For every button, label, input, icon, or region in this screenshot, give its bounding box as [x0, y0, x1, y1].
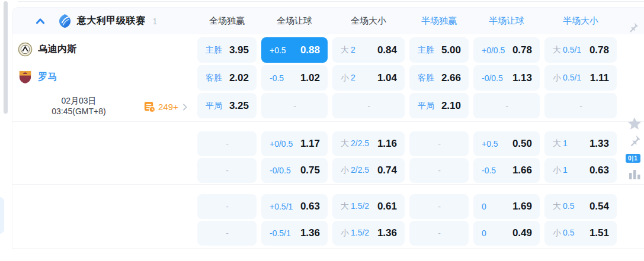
- odds-cell[interactable]: 平局3.25: [197, 93, 257, 118]
- odds-value: 1.69: [512, 201, 532, 212]
- group-divider: [12, 184, 644, 185]
- odds-cell[interactable]: 小0.5/11.11: [544, 65, 617, 91]
- odds-label: 0: [482, 202, 486, 211]
- markets-list-icon: [143, 101, 156, 113]
- more-markets-button[interactable]: 249+: [143, 101, 190, 113]
- odds-cell-empty: -: [197, 131, 257, 156]
- odds-cell[interactable]: 平局2.10: [409, 93, 469, 118]
- odds-cell[interactable]: 小21.04: [332, 65, 405, 91]
- odds-label: +0/0.5: [482, 46, 505, 55]
- odds-cell-empty: -: [332, 93, 405, 118]
- empty-dash: -: [438, 139, 441, 149]
- odds-cell-empty: -: [409, 221, 469, 246]
- odds-cell[interactable]: +0.50.50: [473, 131, 540, 156]
- odds-cell[interactable]: 小0.51.51: [544, 221, 617, 246]
- match-time: 03:45(GMT+8): [31, 106, 126, 117]
- odds-value: 0.84: [377, 44, 397, 56]
- collapse-chevron-up-icon[interactable]: [34, 15, 47, 28]
- odds-label: -0/0.5: [482, 73, 503, 83]
- odds-cell-empty: -: [197, 158, 257, 183]
- odds-label: 大0.5: [553, 201, 574, 212]
- odds-value: 2.02: [229, 72, 249, 84]
- odds-value: 3.25: [229, 100, 249, 112]
- odds-cell-empty: -: [409, 131, 469, 156]
- odds-cell[interactable]: 小1.5/21.36: [332, 221, 405, 246]
- odds-cell[interactable]: -0/0.50.75: [261, 158, 328, 183]
- odds-label: 大1: [553, 138, 568, 149]
- odds-label: -0.5: [482, 166, 496, 175]
- empty-dash: -: [438, 228, 441, 238]
- odds-label: 主胜: [418, 45, 434, 56]
- odds-label: 小0.5: [553, 228, 574, 239]
- odds-label: 小2/2.5: [341, 165, 369, 176]
- odds-cell[interactable]: 大0.50.54: [544, 194, 617, 219]
- odds-cell[interactable]: +0/0.50.78: [473, 37, 540, 63]
- empty-dash: -: [579, 101, 582, 111]
- odds-cell[interactable]: +0/0.51.17: [261, 131, 328, 156]
- odds-label: 客胜: [206, 73, 222, 83]
- odds-cell[interactable]: 主胜3.95: [197, 37, 257, 63]
- odds-value: 1.02: [300, 72, 320, 84]
- over-under-prefix: 小: [553, 73, 561, 82]
- odds-cell[interactable]: 大1.5/20.61: [332, 194, 405, 219]
- odds-cell[interactable]: 大2/2.51.16: [332, 131, 405, 156]
- odds-value: 0.61: [377, 201, 397, 212]
- odds-value: 1.36: [300, 227, 320, 239]
- odds-cell-empty: -: [409, 158, 469, 183]
- odds-value: 1.16: [377, 138, 397, 150]
- empty-dash: -: [226, 228, 229, 238]
- odds-value: 2.66: [441, 72, 461, 84]
- stats-bar-chart-icon[interactable]: [628, 168, 642, 181]
- odds-cell[interactable]: 小10.63: [544, 158, 617, 183]
- odds-cell[interactable]: 小2/2.50.74: [332, 158, 405, 183]
- odds-label: -0.5: [270, 73, 284, 83]
- odds-cell-empty: -: [473, 93, 540, 118]
- odds-label: 小1.5/2: [341, 228, 369, 239]
- odds-cell[interactable]: 大20.84: [332, 37, 405, 63]
- match-date: 02月03日: [31, 95, 126, 106]
- over-under-prefix: 小: [341, 165, 349, 175]
- odds-value: 0.54: [589, 201, 609, 212]
- odds-cell[interactable]: 大11.33: [544, 131, 617, 156]
- over-under-prefix: 小: [341, 73, 349, 82]
- odds-cell[interactable]: 客胜2.66: [409, 65, 469, 91]
- odds-cell[interactable]: -0/0.51.13: [473, 65, 540, 91]
- odds-label: 主胜: [206, 45, 222, 56]
- odds-value: 0.49: [512, 227, 532, 239]
- odds-label: 客胜: [418, 73, 434, 83]
- column-header: 全场大小: [332, 8, 405, 34]
- odds-value: 0.88: [300, 44, 320, 56]
- favorite-star-icon[interactable]: [627, 116, 642, 131]
- odds-cell[interactable]: 主胜5.00: [409, 37, 469, 63]
- odds-label: -0.5/1: [270, 228, 291, 238]
- odds-cell-empty: -: [197, 221, 257, 246]
- odds-label: 小2: [341, 73, 355, 83]
- vertical-scrollbar[interactable]: [4, 1, 8, 114]
- odds-value: 0.74: [377, 165, 397, 176]
- odds-cell[interactable]: +0.5/10.63: [261, 194, 328, 219]
- pin-icon[interactable]: [627, 134, 642, 148]
- odds-cell[interactable]: 客胜2.02: [197, 65, 257, 91]
- odds-cell[interactable]: +0.50.88: [261, 37, 328, 63]
- odds-cell[interactable]: -0.51.66: [473, 158, 540, 183]
- league-logo-icon: [59, 14, 71, 28]
- odds-value: 0.63: [589, 165, 609, 176]
- column-header: 全场让球: [261, 8, 328, 34]
- over-under-prefix: 小: [341, 228, 349, 237]
- column-header: 半场独赢: [409, 8, 469, 34]
- odds-value: 0.63: [300, 201, 320, 212]
- home-team-crest-icon: [18, 42, 33, 57]
- odds-cell[interactable]: 01.69: [473, 194, 540, 219]
- pin-icon[interactable]: [627, 21, 639, 34]
- odds-cell[interactable]: 00.49: [473, 221, 540, 246]
- odds-cell[interactable]: -0.5/11.36: [261, 221, 328, 246]
- odds-cell[interactable]: 大0.5/10.78: [544, 37, 617, 63]
- side-floating-button[interactable]: [0, 197, 4, 234]
- odds-label: -0/0.5: [270, 166, 291, 175]
- home-team-row: 乌迪内斯: [18, 42, 77, 57]
- odds-label: 大2: [341, 45, 355, 56]
- empty-dash: -: [293, 101, 296, 111]
- odds-label: 平局: [206, 101, 222, 111]
- empty-dash: -: [226, 202, 229, 211]
- odds-cell[interactable]: -0.51.02: [261, 65, 328, 91]
